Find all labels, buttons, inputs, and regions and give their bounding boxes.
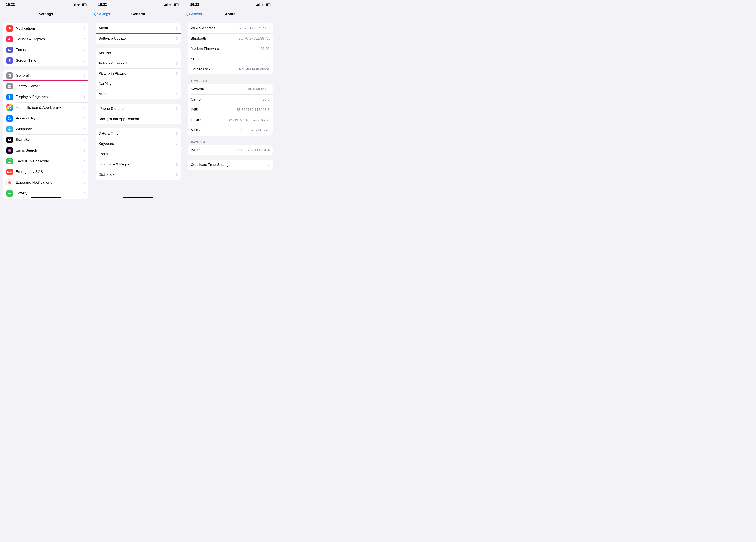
svg-rect-43 <box>8 193 11 194</box>
settings-row-screen-time[interactable]: Screen Time <box>3 55 88 66</box>
settings-row-faceid[interactable]: Face ID & Passcode <box>3 156 88 167</box>
row-value: 35 860732 111154 4 <box>236 148 270 153</box>
row-label: AirDrop <box>99 51 174 55</box>
cellular-icon <box>164 3 168 6</box>
siri-icon <box>6 147 13 154</box>
row-label: Bluetooth <box>191 36 237 41</box>
row-label: Certificate Trust Settings <box>191 163 266 167</box>
battery-icon <box>174 3 179 6</box>
chevron-right-icon <box>176 153 178 156</box>
control-center-icon <box>6 83 13 90</box>
status-bar: 16:22 <box>0 0 92 9</box>
row-wlan: WLAN Address5C:70:17:9C:27:E6 <box>188 23 273 33</box>
back-label: General <box>189 12 202 16</box>
svg-rect-53 <box>256 5 257 6</box>
svg-point-30 <box>8 149 11 152</box>
about-screen: 16:23 General About WLAN Address5C:70:17… <box>184 0 276 200</box>
row-pip[interactable]: Picture in Picture <box>96 69 181 79</box>
settings-row-sos[interactable]: SOSEmergency SOS <box>3 167 88 177</box>
svg-point-49 <box>171 5 171 6</box>
row-nfc[interactable]: NFC <box>96 89 181 99</box>
chevron-right-icon <box>84 38 85 41</box>
svg-point-22 <box>9 118 10 119</box>
row-value: 56.0 <box>263 97 270 102</box>
row-imei2: IMEI235 860732 111154 4 <box>188 145 273 156</box>
row-value: 4.06.02 <box>257 47 270 51</box>
row-label: MEID <box>191 128 240 133</box>
row-dictionary[interactable]: Dictionary <box>96 170 181 180</box>
settings-row-siri[interactable]: Siri & Search <box>3 145 88 156</box>
settings-row-notifications[interactable]: Notifications <box>3 23 88 34</box>
row-label: Carrier <box>191 97 261 102</box>
svg-rect-52 <box>179 4 179 5</box>
row-label: Notifications <box>16 26 82 31</box>
battery-icon <box>6 190 13 197</box>
row-airplay[interactable]: AirPlay & Handoff <box>96 58 181 69</box>
back-label: Settings <box>97 12 110 16</box>
row-bg-refresh[interactable]: Background App Refresh <box>96 114 181 124</box>
back-button[interactable]: Settings <box>94 12 110 16</box>
svg-rect-51 <box>174 4 176 6</box>
chevron-right-icon <box>84 170 85 173</box>
status-bar: 16:22 <box>92 0 184 9</box>
wifi-icon <box>261 3 265 6</box>
settings-row-standby[interactable]: StandBy <box>3 135 88 145</box>
settings-row-sounds[interactable]: Sounds & Haptics <box>3 34 88 45</box>
settings-content[interactable]: NotificationsSounds & HapticsFocusScreen… <box>0 19 92 200</box>
svg-point-34 <box>9 182 10 184</box>
row-value: No SIM restrictions <box>239 67 270 72</box>
chevron-right-icon <box>84 48 85 51</box>
row-label: Network <box>191 87 242 91</box>
svg-point-4 <box>78 5 79 6</box>
row-label: CarPlay <box>99 82 174 86</box>
row-software-update[interactable]: Software Update <box>96 33 181 44</box>
row-seid[interactable]: SEID <box>188 54 273 64</box>
row-fonts[interactable]: Fonts <box>96 149 181 159</box>
chevron-right-icon <box>176 163 178 166</box>
row-carplay[interactable]: CarPlay <box>96 79 181 89</box>
settings-row-general[interactable]: General <box>3 70 88 81</box>
status-right <box>72 3 87 6</box>
scroll-indicator <box>91 42 91 105</box>
svg-rect-31 <box>8 160 11 163</box>
settings-row-focus[interactable]: Focus <box>3 45 88 55</box>
general-screen: 16:22 Settings General AboutSoftware Upd… <box>92 0 184 200</box>
general-content[interactable]: AboutSoftware Update AirDropAirPlay & Ha… <box>92 19 184 200</box>
settings-row-wallpaper[interactable]: Wallpaper <box>3 124 88 135</box>
svg-line-39 <box>9 182 9 182</box>
status-right <box>256 3 271 6</box>
svg-rect-44 <box>11 193 11 194</box>
row-airdrop[interactable]: AirDrop <box>96 48 181 58</box>
accessibility-icon <box>6 115 13 122</box>
settings-screen: 16:22 Settings NotificationsSounds & Hap… <box>0 0 92 200</box>
row-label: SEID <box>191 57 266 61</box>
row-cert-trust[interactable]: Certificate Trust Settings <box>188 160 273 170</box>
row-language[interactable]: Language & Region <box>96 159 181 170</box>
row-keyboard[interactable]: Keyboard <box>96 139 181 149</box>
row-carrier-lock: Carrier LockNo SIM restrictions <box>188 64 273 75</box>
chevron-right-icon <box>84 74 85 77</box>
status-time: 16:22 <box>6 3 15 7</box>
row-date-time[interactable]: Date & Time <box>96 129 181 139</box>
svg-rect-1 <box>73 4 73 6</box>
settings-row-control-center[interactable]: Control Center <box>3 81 88 92</box>
status-bar: 16:23 <box>184 0 276 9</box>
settings-row-display[interactable]: Display & Brightness <box>3 92 88 102</box>
settings-row-home-screen[interactable]: Home Screen & App Library <box>3 102 88 113</box>
focus-icon <box>6 47 13 53</box>
chevron-right-icon <box>84 59 85 62</box>
chevron-right-icon <box>84 27 85 30</box>
standby-icon <box>6 137 13 143</box>
settings-row-exposure[interactable]: Exposure Notifications <box>3 177 88 188</box>
row-label: Language & Region <box>99 162 174 167</box>
back-button[interactable]: General <box>186 12 202 16</box>
chevron-left-icon <box>186 12 189 16</box>
group-header-front-sim: FRONT SIM <box>188 75 273 84</box>
row-value: 898607a9182842204280 <box>229 118 270 122</box>
svg-rect-47 <box>166 4 167 6</box>
status-time: 16:23 <box>190 3 199 7</box>
settings-row-accessibility[interactable]: Accessibility <box>3 113 88 124</box>
row-about[interactable]: About <box>96 23 181 33</box>
row-storage[interactable]: iPhone Storage <box>96 104 181 114</box>
about-content[interactable]: WLAN Address5C:70:17:9C:27:E6Bluetooth5C… <box>184 19 276 200</box>
